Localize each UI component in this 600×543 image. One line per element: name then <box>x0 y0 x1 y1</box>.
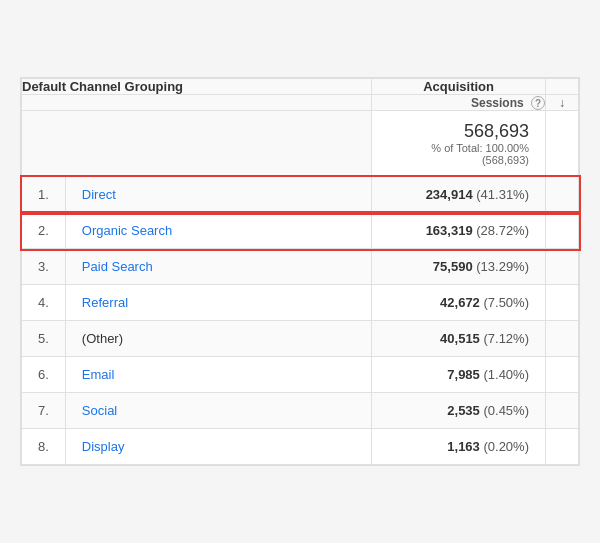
sessions-value: 7,985 <box>447 367 480 382</box>
sessions-pct: (13.29%) <box>476 259 529 274</box>
channel-link[interactable]: Paid Search <box>82 259 153 274</box>
table-row: 4.Referral42,672 (7.50%) <box>22 285 579 321</box>
sessions-value-cell: 7,985 (1.40%) <box>372 357 546 393</box>
sessions-value: 75,590 <box>433 259 473 274</box>
sessions-help-icon[interactable]: ? <box>531 96 545 110</box>
sessions-header-label: Sessions <box>471 96 524 110</box>
channel-link[interactable]: Email <box>82 367 115 382</box>
sessions-value: 42,672 <box>440 295 480 310</box>
channel-link[interactable]: Referral <box>82 295 128 310</box>
table-row: 2.Organic Search163,319 (28.72%) <box>22 213 579 249</box>
channel-link[interactable]: Social <box>82 403 117 418</box>
table-row: 8.Display1,163 (0.20%) <box>22 429 579 465</box>
channel-name-cell[interactable]: Direct <box>65 177 371 213</box>
rank-cell: 3. <box>22 249 66 285</box>
row-sort-cell <box>546 285 579 321</box>
table-row: 3.Paid Search75,590 (13.29%) <box>22 249 579 285</box>
channel-name-cell[interactable]: Paid Search <box>65 249 371 285</box>
table-row: 5.(Other)40,515 (7.12%) <box>22 321 579 357</box>
sessions-value-cell: 40,515 (7.12%) <box>372 321 546 357</box>
sessions-value: 1,163 <box>447 439 480 454</box>
sessions-value-cell: 42,672 (7.50%) <box>372 285 546 321</box>
channel-name-cell[interactable]: Referral <box>65 285 371 321</box>
row-sort-cell <box>546 357 579 393</box>
row-sort-cell <box>546 393 579 429</box>
acquisition-header-label: Acquisition <box>423 79 494 94</box>
sessions-pct: (41.31%) <box>476 187 529 202</box>
sessions-value: 234,914 <box>426 187 473 202</box>
table-row: 7.Social2,535 (0.45%) <box>22 393 579 429</box>
sessions-value: 40,515 <box>440 331 480 346</box>
channel-grouping-table: Default Channel Grouping Acquisition Ses… <box>21 78 579 465</box>
rank-cell: 7. <box>22 393 66 429</box>
sessions-value: 163,319 <box>426 223 473 238</box>
channel-link[interactable]: Direct <box>82 187 116 202</box>
table-row: 6.Email7,985 (1.40%) <box>22 357 579 393</box>
channel-header: Default Channel Grouping <box>22 79 372 95</box>
row-sort-cell <box>546 177 579 213</box>
rank-cell: 1. <box>22 177 66 213</box>
header-row-1: Default Channel Grouping Acquisition <box>22 79 579 95</box>
header-row-2: Sessions ? ↓ <box>22 95 579 111</box>
channel-name-cell[interactable]: Social <box>65 393 371 429</box>
channel-name-cell[interactable]: Email <box>65 357 371 393</box>
sessions-value: 2,535 <box>447 403 480 418</box>
table-row: 1.Direct234,914 (41.31%) <box>22 177 579 213</box>
acquisition-header-spacer <box>546 79 579 95</box>
channel-name-plain: (Other) <box>82 331 123 346</box>
channel-link[interactable]: Organic Search <box>82 223 172 238</box>
analytics-table: Default Channel Grouping Acquisition Ses… <box>20 77 580 466</box>
sort-header[interactable]: ↓ <box>546 95 579 111</box>
total-sort-cell <box>546 111 579 177</box>
sessions-pct: (0.20%) <box>483 439 529 454</box>
sessions-value-cell: 234,914 (41.31%) <box>372 177 546 213</box>
sessions-pct: (7.12%) <box>483 331 529 346</box>
sessions-pct: (0.45%) <box>483 403 529 418</box>
row-sort-cell <box>546 213 579 249</box>
sessions-value-cell: 163,319 (28.72%) <box>372 213 546 249</box>
channel-name-cell[interactable]: Display <box>65 429 371 465</box>
acquisition-header: Acquisition <box>372 79 546 95</box>
sessions-value-cell: 1,163 (0.20%) <box>372 429 546 465</box>
rank-cell: 4. <box>22 285 66 321</box>
channel-name-cell[interactable]: Organic Search <box>65 213 371 249</box>
channel-link[interactable]: Display <box>82 439 125 454</box>
rank-cell: 6. <box>22 357 66 393</box>
total-sessions-value: 568,693 <box>388 121 529 142</box>
row-sort-cell <box>546 321 579 357</box>
channel-name-cell: (Other) <box>65 321 371 357</box>
empty-left-header <box>22 95 372 111</box>
sessions-pct: (1.40%) <box>483 367 529 382</box>
sort-arrow-icon: ↓ <box>559 96 565 110</box>
rank-cell: 5. <box>22 321 66 357</box>
rank-cell: 2. <box>22 213 66 249</box>
sessions-value-cell: 2,535 (0.45%) <box>372 393 546 429</box>
sessions-pct: (7.50%) <box>483 295 529 310</box>
channel-header-label: Default Channel Grouping <box>22 79 183 94</box>
total-row: 568,693 % of Total: 100.00% (568,693) <box>22 111 579 177</box>
total-sessions-label: % of Total: 100.00% (568,693) <box>388 142 529 166</box>
row-sort-cell <box>546 429 579 465</box>
sessions-header: Sessions ? <box>372 95 546 111</box>
sessions-value-cell: 75,590 (13.29%) <box>372 249 546 285</box>
total-label-cell <box>22 111 372 177</box>
rank-cell: 8. <box>22 429 66 465</box>
total-value-cell: 568,693 % of Total: 100.00% (568,693) <box>372 111 546 177</box>
row-sort-cell <box>546 249 579 285</box>
sessions-pct: (28.72%) <box>476 223 529 238</box>
